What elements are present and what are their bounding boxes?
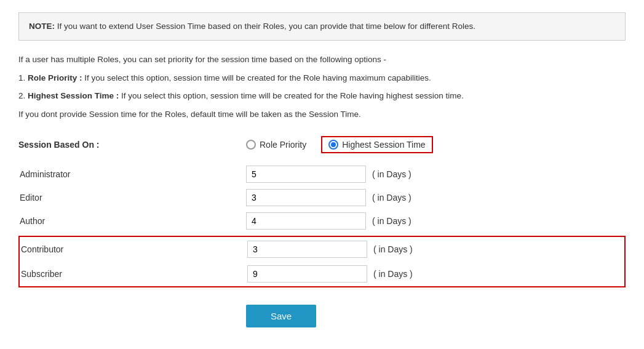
role-name-contributor: Contributor [20,244,247,254]
in-days-editor: ( in Days ) [372,193,411,203]
radio-label-highest-session-time: Highest Session Time [342,140,425,150]
session-based-row: Session Based On : Role Priority Highest… [18,136,626,153]
role-input-contributor[interactable] [247,241,367,258]
save-button[interactable]: Save [246,305,316,327]
session-based-label: Session Based On : [18,140,246,150]
highlighted-roles-wrapper: Contributor ( in Days ) Subscriber ( in … [18,236,626,287]
radio-options: Role Priority Highest Session Time [246,136,433,153]
role-name-administrator: Administrator [18,169,246,179]
info-line3-bold: Highest Session Time : [28,91,119,100]
role-rows: Administrator ( in Days ) Editor ( in Da… [18,166,626,287]
role-input-subscriber[interactable] [247,265,367,283]
in-days-subscriber: ( in Days ) [373,269,413,279]
save-row: Save [18,305,626,327]
info-line3: 2. Highest Session Time : If you select … [18,89,626,103]
role-input-administrator[interactable] [246,166,366,183]
info-line4: If you dont provide Session time for the… [18,108,626,121]
info-line2-prefix: 1. [18,73,28,82]
role-input-author[interactable] [246,212,366,230]
radio-label-role-priority: Role Priority [260,140,306,150]
role-name-editor: Editor [18,193,246,203]
info-line1: If a user has multiple Roles, you can se… [18,53,626,66]
note-label: NOTE: [29,22,55,31]
radio-circle-role-priority [246,140,256,150]
in-days-author: ( in Days ) [372,216,411,226]
note-box: NOTE: If you want to extend User Session… [18,12,626,41]
role-name-author: Author [18,216,246,226]
info-line2-suffix: If you select this option, session time … [82,73,431,82]
info-line2: 1. Role Priority : If you select this op… [18,71,626,85]
in-days-administrator: ( in Days ) [372,169,411,179]
info-line3-prefix: 2. [18,91,28,100]
info-line3-suffix: If you select this option, session time … [119,91,464,100]
session-section: Session Based On : Role Priority Highest… [18,136,626,327]
info-line2-bold: Role Priority : [28,73,82,82]
role-name-subscriber: Subscriber [20,269,247,279]
note-text: If you want to extend User Session Time … [55,22,475,31]
role-row-editor: Editor ( in Days ) [18,189,626,206]
radio-highest-session-time[interactable]: Highest Session Time [321,136,432,153]
role-row-contributor: Contributor ( in Days ) [20,237,624,262]
radio-circle-highest-session-time [328,140,338,150]
role-row-author: Author ( in Days ) [18,212,626,230]
role-row-subscriber: Subscriber ( in Days ) [20,262,624,286]
role-input-editor[interactable] [246,189,366,206]
page-container: NOTE: If you want to extend User Session… [0,0,644,340]
role-row-administrator: Administrator ( in Days ) [18,166,626,183]
radio-role-priority[interactable]: Role Priority [246,140,306,150]
in-days-contributor: ( in Days ) [373,244,413,254]
